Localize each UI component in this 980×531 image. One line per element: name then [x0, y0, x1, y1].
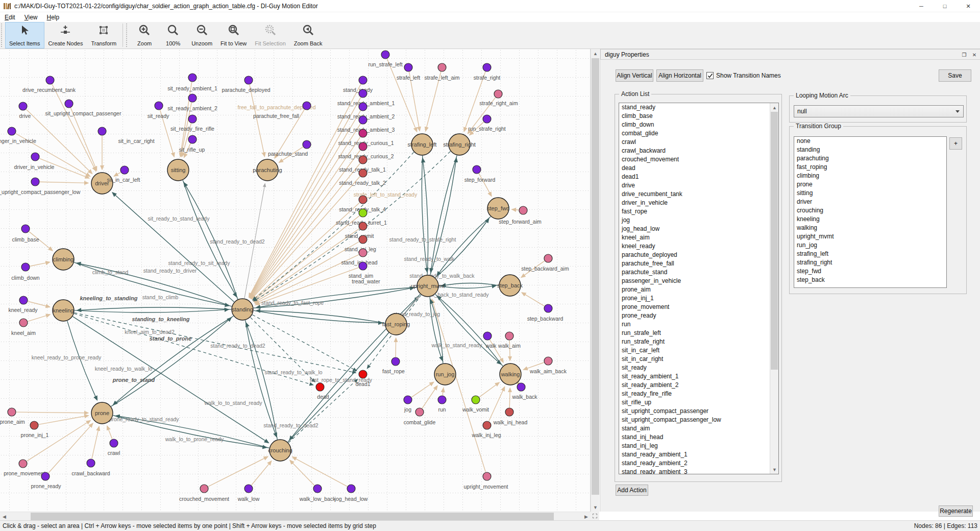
action-list-item[interactable]: dead1	[619, 173, 778, 181]
graph-node-sit_in_car_left[interactable]	[120, 166, 129, 174]
graph-node-strafe_left[interactable]	[404, 63, 412, 71]
graph-canvas[interactable]: free_fall_to_parachute_deployedstrafe_le…	[0, 49, 591, 512]
transition-group-item[interactable]: prone	[794, 180, 946, 189]
transition-group-item[interactable]: none	[794, 137, 946, 146]
graph-node-stand_aim[interactable]	[359, 262, 367, 270]
graph-node-stand_inj_leg[interactable]	[359, 235, 367, 244]
scroll-right-icon[interactable]: ▶	[582, 512, 591, 521]
action-list-item[interactable]: passenger_in_vehicle	[619, 277, 778, 285]
graph-node-jog[interactable]	[404, 396, 412, 404]
graph-node-prone_ready[interactable]	[41, 472, 50, 480]
action-list-item[interactable]: stand_ready	[619, 103, 778, 112]
graph-node-walk_low[interactable]	[244, 485, 253, 493]
graph-node-jog_head_low[interactable]	[347, 485, 355, 493]
panel-header[interactable]: diguy Properties ❐ ✕	[600, 49, 980, 60]
action-list-item[interactable]: sit_rifle_up	[619, 398, 778, 407]
action-list-item[interactable]: sit_in_car_left	[619, 346, 778, 355]
action-list-item[interactable]: combat_glide	[619, 129, 778, 138]
graph-node-sit_upright_compact_passenger[interactable]	[65, 100, 73, 108]
transition-group-item[interactable]: step_back	[794, 276, 946, 284]
action-list-item[interactable]: sit_upright_compact_passenger_low	[619, 416, 778, 424]
action-list-item[interactable]: sit_in_car_right	[619, 355, 778, 364]
action-list-item[interactable]: crawl_backward	[619, 147, 778, 155]
action-list-item[interactable]: dead	[619, 164, 778, 173]
graph-node-sit_upright_compact_passenger_low[interactable]	[31, 178, 39, 186]
canvas-vertical-scrollbar[interactable]: ▲ ▼	[591, 49, 599, 512]
close-button[interactable]: ✕	[957, 0, 980, 12]
graph-node-run[interactable]	[438, 396, 446, 404]
horizontal-scroll-thumb[interactable]	[31, 513, 554, 520]
add-transition-group-button[interactable]: +	[949, 137, 962, 150]
graph-node-walk_aim_back[interactable]	[544, 357, 552, 365]
menu-edit[interactable]: Edit	[0, 13, 20, 22]
graph-node-crawl[interactable]	[110, 439, 118, 447]
canvas-corner-button[interactable]	[591, 512, 599, 520]
action-list-item[interactable]: sit_ready_fire_rifle	[619, 390, 778, 398]
graph-node-dead1[interactable]	[359, 370, 367, 378]
transition-group-item[interactable]: fast_roping	[794, 163, 946, 172]
action-list-item[interactable]: run	[619, 320, 778, 329]
align-vertical-button[interactable]: Align Vertical	[616, 69, 653, 82]
graph-node-run_strafe_left[interactable]	[381, 51, 389, 59]
graph-node-stand_vomit[interactable]	[359, 222, 367, 230]
graph-node-sit_ready_ambient_2[interactable]	[188, 94, 197, 102]
action-list-item[interactable]: sit_ready_ambient_2	[619, 381, 778, 390]
fit-selection-button[interactable]: Fit Selection	[251, 22, 290, 49]
menu-view[interactable]: View	[20, 13, 42, 22]
select-items-button[interactable]: Select Items	[5, 22, 44, 49]
action-list-item[interactable]: prone_aim	[619, 285, 778, 294]
action-scroll-thumb[interactable]	[771, 112, 778, 370]
graph-node-walk_back[interactable]	[517, 383, 525, 391]
action-list-item[interactable]: prone_inj_1	[619, 294, 778, 303]
graph-node-walk_inj_head[interactable]	[505, 408, 513, 416]
graph-node-kneel_aim[interactable]	[19, 319, 28, 327]
scroll-down-icon[interactable]: ▼	[770, 465, 779, 474]
action-list-item[interactable]: climb_base	[619, 112, 778, 120]
transition-group-item[interactable]: upright_mvmt	[794, 232, 946, 241]
action-list-item[interactable]: stand_ready_ambient_1	[619, 450, 778, 459]
graph-node-climb_down[interactable]	[21, 263, 30, 271]
graph-node-kneel_ready[interactable]	[19, 296, 28, 304]
action-list-item[interactable]: parachute_stand	[619, 268, 778, 277]
graph-node-stand_ready[interactable]	[359, 76, 367, 84]
graph-node-parachute_free_fall[interactable]	[303, 102, 311, 110]
save-button[interactable]: Save	[939, 69, 971, 82]
transition-group-item[interactable]: sitting	[794, 189, 946, 198]
graph-node-sit_rifle_up[interactable]	[188, 135, 197, 143]
vertical-scroll-thumb[interactable]	[592, 58, 599, 495]
canvas-horizontal-scrollbar[interactable]: ◀ ▶	[0, 512, 591, 520]
transition-group-item[interactable]: run_jog	[794, 241, 946, 250]
graph-node-step_backward[interactable]	[544, 304, 552, 312]
graph-node-stand_ready_talk_4[interactable]	[359, 196, 367, 204]
graph-node-fast_rope[interactable]	[391, 357, 400, 366]
transition-group-item[interactable]: parachuting	[794, 154, 946, 163]
create-nodes-button[interactable]: Create Nodes	[44, 22, 87, 49]
graph-node-stand_ready_talk_1[interactable]	[359, 156, 367, 164]
graph-node-stand_inj_head[interactable]	[359, 249, 367, 257]
fit-to-view-button[interactable]: Fit to View	[216, 22, 251, 49]
transition-group-item[interactable]: climbing	[794, 172, 946, 180]
scroll-up-icon[interactable]: ▲	[770, 103, 779, 112]
graph-node-step_backward_aim[interactable]	[544, 254, 552, 262]
graph-node-stand_ready_turret_1[interactable]	[359, 209, 367, 217]
graph-node-strafe_left_aim[interactable]	[438, 63, 446, 71]
transition-group-item[interactable]: strafing_right	[794, 258, 946, 267]
graph-node-stand_ready_talk_2[interactable]	[359, 169, 367, 177]
graph-node-step_forward[interactable]	[473, 165, 481, 174]
action-list-item[interactable]: drive	[619, 181, 778, 190]
zoom-back-button[interactable]: Zoom Back	[290, 22, 327, 49]
action-list-item[interactable]: stand_ready_ambient_2	[619, 459, 778, 468]
action-list-item[interactable]: stand_ready_ambient_3	[619, 468, 778, 474]
100--button[interactable]: 100%	[159, 22, 187, 49]
transition-group-item[interactable]: walking	[794, 224, 946, 232]
graph-node-walk_inj_leg[interactable]	[483, 421, 491, 429]
graph-node-passenger_in_vehicle[interactable]	[8, 127, 16, 135]
transition-group-item[interactable]: crouching	[794, 206, 946, 215]
graph-node-stand_ready_ambient_3[interactable]	[359, 116, 367, 124]
transition-group-item[interactable]: driver	[794, 198, 946, 206]
graph-node-parachute_stand[interactable]	[303, 140, 311, 149]
action-list-item[interactable]: kneel_ready	[619, 242, 778, 251]
graph-node-walk_vomit[interactable]	[472, 396, 480, 404]
graph-node-upright_movement[interactable]	[483, 472, 491, 480]
menu-help[interactable]: Help	[42, 13, 64, 22]
